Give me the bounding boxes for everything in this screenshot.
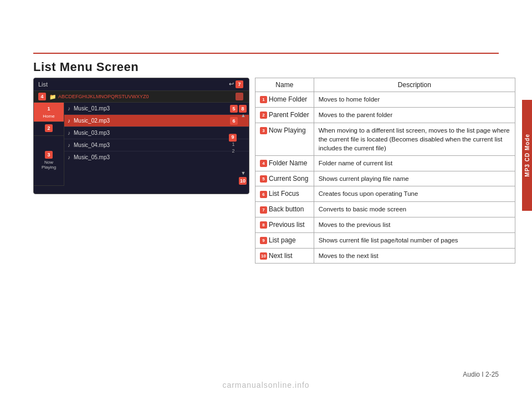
badge-8: 8 xyxy=(239,105,247,113)
badge-7: 7 xyxy=(260,206,267,214)
table-row: 4Folder NameFolder name of current list xyxy=(255,155,515,171)
nav-home[interactable]: 1 Home xyxy=(34,103,64,122)
reference-table: Name Description 1Home FolderMoves to ho… xyxy=(255,78,515,264)
song-name-2: Music_02.mp3 xyxy=(74,118,245,124)
music-icon-3: ♪ xyxy=(68,130,70,136)
badge-1: 1 xyxy=(45,105,53,113)
badge-8: 8 xyxy=(260,221,267,229)
row-name-cell: 4Folder Name xyxy=(255,155,314,171)
row-desc-cell: Converts to basic mode screen xyxy=(314,202,515,217)
badge-6: 6 xyxy=(260,191,267,198)
scroll-up-area: 8 ▲ xyxy=(239,104,248,118)
badge-9: 9 xyxy=(260,237,267,244)
row-name-cell: 3Now Playing xyxy=(255,123,314,155)
badge-10: 10 xyxy=(239,177,247,185)
song-item-2[interactable]: ♪ Music_02.mp3 6 xyxy=(64,115,249,127)
badge-alpha xyxy=(236,93,243,100)
badge-3: 3 xyxy=(260,127,267,134)
badge-9: 9 xyxy=(229,134,237,141)
row-name-cell: 6List Focus xyxy=(255,186,314,202)
table-row: 8Previous listMoves to the previous list xyxy=(255,217,515,233)
song-item-3[interactable]: ♪ Music_03.mp3 xyxy=(64,127,249,139)
row-desc-cell: Moves to home folder xyxy=(314,92,515,108)
table-row: 3Now PlayingWhen moving to a different l… xyxy=(255,123,515,155)
row-desc-cell: Shows current file list page/total numbe… xyxy=(314,232,515,248)
screen-title: List xyxy=(38,81,48,88)
back-arrow-icon[interactable]: ↩ 7 xyxy=(229,80,244,88)
song-item-1[interactable]: ♪ Music_01.mp3 5 xyxy=(64,103,249,115)
scroll-up-arrow[interactable]: ▲ xyxy=(239,113,248,118)
song-item-4[interactable]: ♪ Music_04.mp3 xyxy=(64,139,249,151)
table-row: 1Home FolderMoves to home folder xyxy=(255,92,515,108)
badge-2: 2 xyxy=(260,112,267,119)
row-name-cell: 5Current Song xyxy=(255,171,314,186)
col-header-name: Name xyxy=(255,78,314,92)
scroll-down-arrow[interactable]: ▼ xyxy=(239,170,248,176)
row-name-cell: 7Back button xyxy=(255,202,314,217)
song-name-5: Music_05.mp3 xyxy=(74,154,245,160)
folder-row: 4 📁 ABCDEFGHIJKLMNOPQRSTUVWXYZ0 xyxy=(38,93,149,100)
badge-1: 1 xyxy=(260,96,267,103)
table-row: 10Next listMoves to the next list xyxy=(255,248,515,264)
song-name-3: Music_03.mp3 xyxy=(74,130,245,136)
row-name-cell: 10Next list xyxy=(255,248,314,264)
table-row: 2Parent FolderMoves to the parent folder xyxy=(255,107,515,123)
badge-4: 4 xyxy=(260,160,267,167)
row-desc-cell: Creates focus upon operating Tune xyxy=(314,186,515,202)
screen-mockup: List ↩ 7 4 📁 ABCDEFGHIJKLMNOPQRSTUVWXYZ0… xyxy=(33,78,249,194)
music-icon-2: ♪ xyxy=(68,118,70,124)
badge-5: 5 xyxy=(260,175,267,183)
nav-parent[interactable]: 2 xyxy=(34,122,64,136)
music-icon-4: ♪ xyxy=(68,142,70,148)
screen-display: List ↩ 7 4 📁 ABCDEFGHIJKLMNOPQRSTUVWXYZ0… xyxy=(33,78,249,194)
music-icon-5: ♪ xyxy=(68,154,70,160)
folder-icon: 📁 xyxy=(49,94,56,100)
top-divider xyxy=(33,53,499,54)
row-name-cell: 9List page xyxy=(255,232,314,248)
row-name-cell: 1Home Folder xyxy=(255,92,314,108)
watermark: carmanualsonline.info xyxy=(222,381,309,389)
row-desc-cell: Moves to the parent folder xyxy=(314,107,515,123)
badge-3: 3 xyxy=(45,151,53,159)
alpha-letters: ABCDEFGHIJKLMNOPQRSTUVWXYZ0 xyxy=(58,94,149,99)
table-row: 7Back buttonConverts to basic mode scree… xyxy=(255,202,515,217)
row-desc-cell: Moves to the next list xyxy=(314,248,515,264)
screen-header: List ↩ 7 xyxy=(34,78,249,91)
badge-7: 7 xyxy=(236,80,243,88)
row-desc-cell: When moving to a different list screen, … xyxy=(314,123,515,155)
song-name-1: Music_01.mp3 xyxy=(74,105,245,112)
song-item-5[interactable]: ♪ Music_05.mp3 xyxy=(64,151,249,163)
side-tab: MP3 CD Mode xyxy=(522,100,532,211)
scroll-down-area: ▼ 10 xyxy=(239,170,248,185)
badge-10: 10 xyxy=(260,252,267,260)
song-name-4: Music_04.mp3 xyxy=(74,142,245,148)
row-desc-cell: Shows current playing file name xyxy=(314,171,515,186)
row-desc-cell: Folder name of current list xyxy=(314,155,515,171)
nav-now-playing[interactable]: 3 NowPlaying xyxy=(34,136,64,186)
music-icon-1: ♪ xyxy=(68,105,70,112)
left-nav: 1 Home 2 3 NowPlaying xyxy=(34,103,64,186)
col-header-desc: Description xyxy=(314,78,515,92)
song-list: 8 ▲ 9 12 ♪ Music_01.mp3 5 ♪ Music_02.mp3… xyxy=(64,103,249,186)
table-row: 6List FocusCreates focus upon operating … xyxy=(255,186,515,202)
badge-2: 2 xyxy=(45,124,53,132)
screen-list: 1 Home 2 3 NowPlaying 8 ▲ xyxy=(34,103,249,186)
badge-4: 4 xyxy=(38,93,46,100)
features-table: Name Description 1Home FolderMoves to ho… xyxy=(255,78,515,264)
page-title: List Menu Screen xyxy=(33,60,139,74)
table-row: 5Current SongShows current playing file … xyxy=(255,171,515,186)
badge-6: 6 xyxy=(230,117,238,125)
row-name-cell: 2Parent Folder xyxy=(255,107,314,123)
table-row: 9List pageShows current file list page/t… xyxy=(255,232,515,248)
page-footer: Audio I 2-25 xyxy=(463,371,499,378)
alpha-bar: 4 📁 ABCDEFGHIJKLMNOPQRSTUVWXYZ0 xyxy=(34,91,249,103)
page-indicator: 9 12 xyxy=(229,134,238,154)
row-name-cell: 8Previous list xyxy=(255,217,314,233)
row-desc-cell: Moves to the previous list xyxy=(314,217,515,233)
badge-5: 5 xyxy=(230,105,238,113)
